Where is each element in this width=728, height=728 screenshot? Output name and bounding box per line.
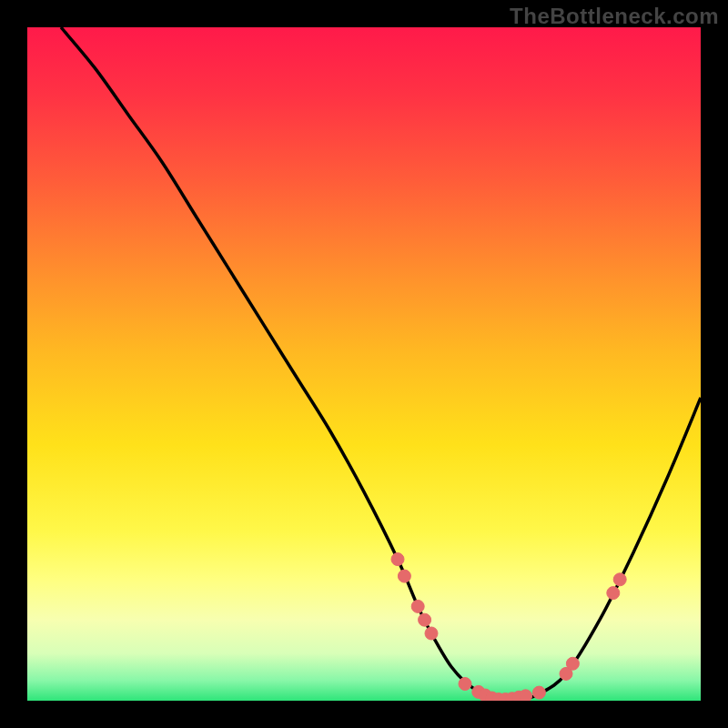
data-point-marker [459,678,471,691]
plot-area [27,27,701,701]
data-point-marker [419,613,431,626]
data-point-marker [532,686,545,699]
data-point-marker [520,690,532,701]
chart-frame: TheBottleneck.com [0,0,728,728]
data-point-marker [411,600,424,612]
data-point-marker [391,553,404,566]
data-point-marker [425,627,438,640]
curve-layer [27,27,701,701]
data-point-marker [398,570,410,582]
data-point-marker [607,587,620,600]
watermark-text: TheBottleneck.com [510,4,719,29]
data-point-marker [613,573,626,586]
bottleneck-curve [61,27,701,701]
data-point-marker [566,657,579,670]
